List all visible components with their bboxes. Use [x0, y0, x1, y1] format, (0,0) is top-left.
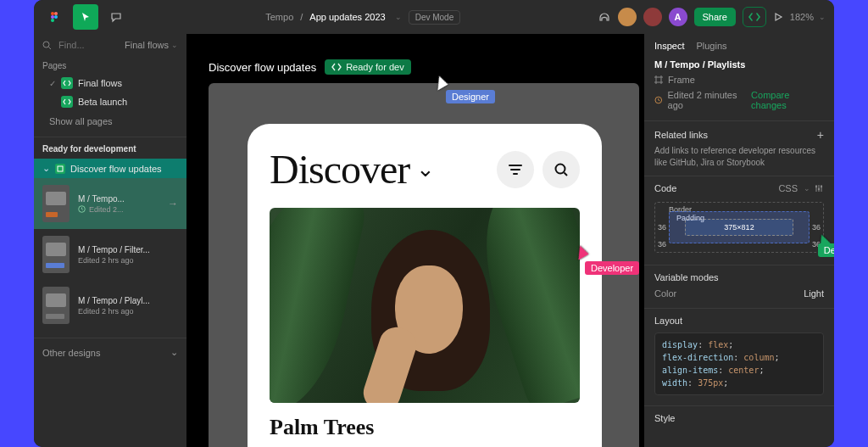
dev-ready-icon: [61, 96, 73, 108]
thumb-subtitle: Edited 2 hrs ago: [78, 256, 150, 265]
sidebar-left: Final flows⌄ Pages ✓ Final flows Beta la…: [34, 34, 186, 447]
figma-menu-button[interactable]: [42, 4, 68, 30]
svg-rect-0: [51, 12, 54, 15]
chevron-down-icon: ⌄: [42, 163, 50, 174]
ready-for-dev-badge[interactable]: Ready for dev: [325, 59, 410, 75]
zoom-dropdown[interactable]: 182%⌄: [790, 12, 826, 22]
section-discover-flow[interactable]: ⌄ Discover flow updates: [34, 159, 186, 178]
svg-point-11: [818, 188, 820, 190]
canvas[interactable]: Discover flow updates Ready for dev Disc…: [186, 34, 644, 447]
code-header: Code: [654, 183, 676, 193]
dev-ready-icon: [61, 77, 73, 89]
page-final-flows[interactable]: ✓ Final flows: [34, 74, 186, 92]
chevron-down-icon[interactable]: ⌄: [416, 156, 434, 182]
hero-image: [270, 208, 580, 403]
related-links-header: Related links: [654, 130, 708, 140]
settings-icon[interactable]: [814, 183, 824, 193]
search-icon: [42, 41, 52, 50]
svg-rect-4: [54, 15, 58, 19]
padding-label: Padding: [676, 214, 704, 222]
show-all-pages[interactable]: Show all pages: [34, 111, 186, 131]
headphones-icon[interactable]: [598, 10, 611, 24]
cursor-arrow-icon: [431, 74, 448, 90]
page-label: Final flows: [78, 78, 122, 88]
design-thumb-2[interactable]: M / Tempo / Playl... Edited 2 hrs ago: [34, 280, 186, 331]
design-thumb-1[interactable]: M / Tempo / Filter... Edited 2 hrs ago: [34, 229, 186, 280]
filter-button[interactable]: [497, 151, 534, 188]
developer-cursor-label: Developer: [585, 261, 639, 275]
related-links-hint: Add links to reference developer resourc…: [644, 145, 834, 169]
thumb-subtitle: Edited 2...: [78, 205, 125, 214]
box-model[interactable]: Border 36 36 36 36 Padding 375×812 Devel…: [654, 202, 824, 253]
thumb-preview: [42, 287, 70, 324]
svg-rect-1: [51, 15, 54, 19]
thumb-title: M / Tempo / Filter...: [78, 245, 150, 254]
section-icon: [55, 164, 65, 174]
present-button[interactable]: [773, 12, 783, 22]
share-button[interactable]: Share: [694, 8, 736, 26]
chevron-down-icon[interactable]: ⌄: [395, 13, 402, 21]
breadcrumb-project[interactable]: Tempo: [265, 12, 293, 22]
avatar-you[interactable]: A: [669, 8, 687, 26]
other-designs-toggle[interactable]: Other designs ⌄: [34, 338, 186, 366]
thumb-title: M / Tempo / Playl...: [78, 296, 150, 305]
cursor-arrow-icon: [572, 243, 588, 260]
thumb-subtitle: Edited 2 hrs ago: [78, 307, 150, 316]
filter-icon: [507, 161, 524, 178]
check-icon: ✓: [49, 79, 56, 88]
developer2-cursor-label: Developer: [818, 243, 834, 257]
discover-heading: Discover ⌄: [270, 146, 434, 193]
breadcrumb-sep: /: [300, 12, 303, 22]
layer-path: M / Tempo / Playlists: [644, 56, 834, 73]
bm-num: 36: [658, 223, 666, 232]
designer-cursor-label: Designer: [446, 90, 495, 103]
design-thumb-0[interactable]: M / Tempo... Edited 2... →: [34, 178, 186, 229]
add-link-button[interactable]: +: [817, 128, 824, 142]
svg-point-5: [43, 42, 49, 47]
page-beta-launch[interactable]: Beta launch: [34, 92, 186, 111]
section-label: Discover flow updates: [70, 164, 162, 174]
svg-rect-6: [58, 166, 63, 171]
layout-code[interactable]: display: flex; flex-direction: column; a…: [654, 332, 824, 395]
tab-inspect[interactable]: Inspect: [654, 41, 684, 51]
page-label: Beta launch: [78, 97, 127, 107]
svg-point-8: [556, 164, 565, 173]
comments-button[interactable]: [103, 4, 129, 30]
chevron-down-icon: ⌄: [170, 347, 178, 358]
code-lang-dropdown[interactable]: CSS⌄: [778, 183, 824, 193]
topbar: Tempo / App updates 2023 ⌄ Dev Mode A Sh…: [34, 0, 834, 34]
frame-icon: [654, 75, 663, 84]
svg-point-12: [821, 186, 822, 187]
thumb-preview: [42, 185, 70, 222]
dev-toggle-button[interactable]: [743, 7, 766, 27]
layout-header: Layout: [654, 316, 682, 326]
search-button[interactable]: [542, 151, 580, 188]
tab-plugins[interactable]: Plugins: [696, 41, 726, 51]
breadcrumb-file[interactable]: App updates 2023: [309, 12, 385, 22]
clock-icon: [78, 205, 86, 213]
svg-rect-2: [51, 19, 54, 22]
frame-row: Frame: [644, 73, 834, 87]
file-switcher[interactable]: Final flows⌄: [125, 40, 178, 50]
arrow-right-icon: →: [168, 198, 178, 210]
move-tool-button[interactable]: [73, 4, 98, 30]
developer-cursor: [575, 246, 587, 258]
search-input[interactable]: [57, 39, 99, 51]
card-title: Palm Trees: [270, 415, 580, 440]
var-color-label: Color: [654, 288, 676, 299]
bm-num: 36: [658, 240, 666, 249]
dev-mode-pill[interactable]: Dev Mode: [409, 10, 461, 25]
thumb-title: M / Tempo...: [78, 194, 125, 204]
edited-time: Edited 2 minutes ago: [654, 90, 751, 110]
code-icon: [331, 63, 342, 71]
svg-rect-3: [54, 12, 58, 15]
designer-cursor: [434, 76, 446, 88]
compare-changes-link[interactable]: Compare changes: [751, 90, 824, 110]
canvas-section-title[interactable]: Discover flow updates: [209, 61, 316, 74]
app-window: Tempo / App updates 2023 ⌄ Dev Mode A Sh…: [34, 0, 834, 447]
avatar-user2[interactable]: [643, 8, 662, 26]
avatar-user1[interactable]: [618, 8, 637, 26]
clock-icon: [654, 96, 663, 104]
phone-frame[interactable]: Discover ⌄: [248, 124, 602, 447]
rfd-header: Ready for development: [34, 137, 186, 159]
